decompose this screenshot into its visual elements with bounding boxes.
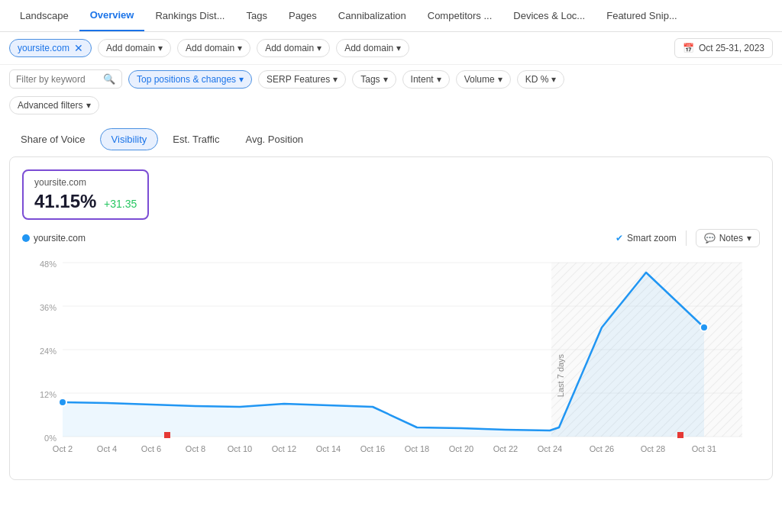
svg-text:Oct 6: Oct 6: [141, 444, 161, 453]
domain-tag-close[interactable]: ✕: [74, 43, 83, 53]
metric-tabs: Share of Voice Visibility Est. Traffic A…: [0, 121, 782, 156]
smart-zoom-checkbox[interactable]: ✔: [616, 233, 623, 243]
nav-rankings-dist[interactable]: Rankings Dist...: [144, 1, 235, 31]
nav-devices[interactable]: Devices & Loc...: [502, 1, 596, 31]
add-domain-1[interactable]: Add domain ▾: [98, 39, 171, 57]
tab-est-traffic[interactable]: Est. Traffic: [161, 128, 231, 150]
svg-text:Oct 24: Oct 24: [538, 444, 562, 453]
filter-row: 🔍 Top positions & changes ▾ SERP Feature…: [0, 65, 782, 93]
chart-card: yoursite.com 41.15% +31.35 yoursite.com …: [9, 156, 773, 480]
svg-text:48%: 48%: [40, 260, 57, 269]
svg-text:Oct 20: Oct 20: [449, 444, 473, 453]
chart-end-dot: [700, 324, 708, 331]
notes-button[interactable]: 💬 Notes ▾: [696, 229, 760, 247]
keyword-search-box[interactable]: 🔍: [9, 69, 122, 89]
svg-text:Oct 28: Oct 28: [641, 444, 665, 453]
nav-cannibalization[interactable]: Cannibalization: [328, 1, 417, 31]
add-domain-3[interactable]: Add domain ▾: [257, 39, 330, 57]
legend-dot-yoursite: [22, 234, 30, 242]
nav-pages[interactable]: Pages: [278, 1, 328, 31]
svg-text:Oct 14: Oct 14: [316, 444, 341, 453]
svg-text:Oct 26: Oct 26: [590, 444, 614, 453]
domain-toolbar: yoursite.com ✕ Add domain ▾ Add domain ▾…: [0, 32, 782, 65]
svg-text:24%: 24%: [40, 347, 57, 356]
svg-text:Oct 10: Oct 10: [228, 444, 252, 453]
chevron-down-icon: ▾: [498, 74, 502, 85]
intent-filter[interactable]: Intent ▾: [402, 70, 450, 89]
google-marker: [164, 432, 170, 438]
notes-icon: 💬: [704, 233, 716, 243]
divider: [686, 231, 687, 246]
svg-text:Last 7 days: Last 7 days: [556, 353, 565, 397]
legend-right: ✔ Smart zoom 💬 Notes ▾: [616, 229, 760, 247]
svg-text:36%: 36%: [40, 303, 57, 312]
tab-share-of-voice[interactable]: Share of Voice: [9, 128, 97, 150]
advanced-filters-button[interactable]: Advanced filters ▾: [9, 96, 99, 114]
calendar-icon: 📅: [683, 43, 694, 53]
date-range-picker[interactable]: 📅 Oct 25-31, 2023: [674, 38, 773, 58]
nav-tags[interactable]: Tags: [236, 1, 278, 31]
tags-filter[interactable]: Tags ▾: [352, 70, 396, 89]
chart-start-dot: [59, 398, 66, 406]
keyword-search-input[interactable]: [16, 74, 100, 85]
chevron-down-icon: ▾: [239, 74, 244, 85]
svg-text:Oct 16: Oct 16: [360, 444, 385, 453]
serp-features-filter[interactable]: SERP Features ▾: [258, 70, 346, 89]
chevron-down-icon: ▾: [158, 43, 163, 53]
advanced-filters-row: Advanced filters ▾: [0, 93, 782, 121]
event-marker: [677, 432, 683, 438]
kd-filter[interactable]: KD % ▾: [517, 70, 565, 89]
svg-text:Oct 8: Oct 8: [186, 444, 205, 453]
svg-text:Oct 22: Oct 22: [493, 444, 518, 453]
chevron-down-icon: ▾: [383, 74, 388, 85]
nav-overview[interactable]: Overview: [79, 0, 145, 31]
nav-competitors[interactable]: Competitors ...: [417, 1, 503, 31]
stat-change: +31.35: [104, 198, 137, 210]
nav-featured-snip[interactable]: Featured Snip...: [596, 1, 688, 31]
domain-tag-label: yoursite.com: [18, 43, 69, 53]
add-domain-4[interactable]: Add domain ▾: [336, 39, 409, 57]
svg-text:Oct 12: Oct 12: [272, 444, 296, 453]
visibility-chart: 48% 36% 24% 12% 0%: [22, 253, 760, 467]
tab-visibility[interactable]: Visibility: [100, 128, 159, 150]
domain-tag-yoursite: yoursite.com ✕: [9, 39, 92, 57]
legend-row: yoursite.com ✔ Smart zoom 💬 Notes ▾: [22, 229, 760, 247]
stat-box: yoursite.com 41.15% +31.35: [22, 169, 149, 220]
svg-text:Oct 4: Oct 4: [97, 444, 117, 453]
svg-text:Oct 18: Oct 18: [405, 444, 429, 453]
chevron-down-icon: ▾: [317, 43, 322, 53]
chevron-down-icon: ▾: [333, 74, 338, 85]
legend-yoursite: yoursite.com: [22, 233, 86, 243]
svg-text:Oct 2: Oct 2: [53, 444, 73, 453]
stat-value: 41.15%: [34, 191, 96, 211]
chart-section: yoursite.com 41.15% +31.35 yoursite.com …: [0, 156, 782, 489]
chevron-down-icon: ▾: [238, 43, 242, 53]
add-domain-2[interactable]: Add domain ▾: [177, 39, 250, 57]
date-label: Oct 25-31, 2023: [699, 43, 764, 53]
svg-text:0%: 0%: [44, 434, 57, 443]
chevron-down-icon: ▾: [437, 74, 441, 85]
chevron-down-icon: ▾: [747, 233, 751, 243]
chevron-down-icon: ▾: [396, 43, 401, 53]
stat-site-label: yoursite.com: [34, 177, 137, 188]
nav-landscape[interactable]: Landscape: [9, 1, 79, 31]
search-icon: 🔍: [103, 73, 115, 85]
top-positions-filter[interactable]: Top positions & changes ▾: [128, 70, 252, 89]
svg-text:12%: 12%: [40, 390, 57, 399]
tab-avg-position[interactable]: Avg. Position: [234, 128, 315, 150]
smart-zoom-toggle[interactable]: ✔ Smart zoom: [616, 233, 677, 243]
chart-area: 48% 36% 24% 12% 0%: [22, 253, 760, 467]
volume-filter[interactable]: Volume ▾: [456, 70, 511, 89]
chevron-down-icon: ▾: [86, 100, 91, 111]
chevron-down-icon: ▾: [551, 74, 556, 85]
top-navigation: Landscape Overview Rankings Dist... Tags…: [0, 0, 782, 32]
svg-text:Oct 31: Oct 31: [692, 444, 716, 453]
